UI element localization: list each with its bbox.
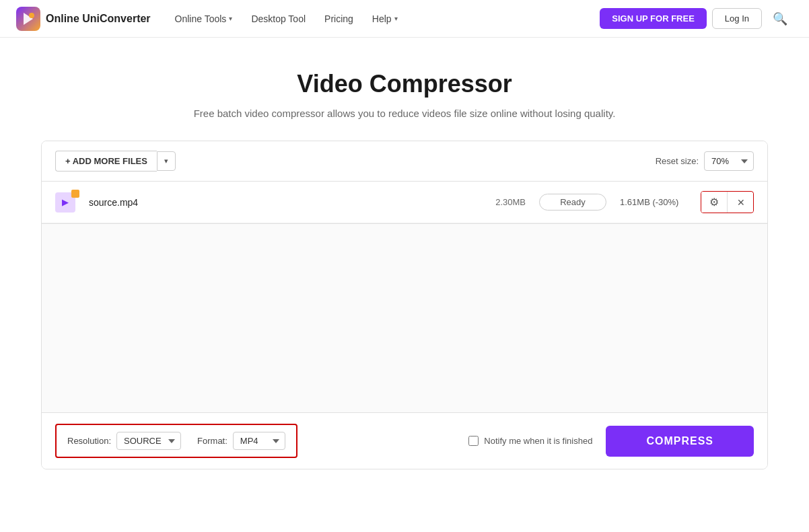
compress-button[interactable]: COMPRESS [606,426,754,457]
format-group: Format: MP4 MOV AVI MKV WebM [197,432,285,450]
resolution-select[interactable]: SOURCE 1080p 720p 480p 360p [116,432,181,450]
add-files-button[interactable]: + ADD MORE FILES [55,151,157,172]
add-files-group: + ADD MORE FILES ▾ [55,151,176,172]
file-name: source.mp4 [89,197,472,208]
notify-group: Notify me when it is finished [468,436,592,446]
gear-icon: ⚙ [709,196,719,208]
resolution-group: Resolution: SOURCE 1080p 720p 480p 360p [67,432,181,450]
nav-pricing[interactable]: Pricing [316,8,361,30]
add-files-dropdown-button[interactable]: ▾ [157,151,176,171]
file-type-badge [71,190,79,198]
tool-box: + ADD MORE FILES ▾ Reset size: 50% 60% 7… [41,141,768,469]
nav-online-tools[interactable]: Online Tools ▾ [167,8,241,30]
chevron-down-icon: ▾ [229,15,232,22]
bottom-right: Notify me when it is finished COMPRESS [468,426,754,457]
reset-size-label: Reset size: [656,156,699,166]
file-remove-button[interactable]: ✕ [729,193,753,212]
brand-name: Online UniConverter [46,13,151,25]
logo[interactable]: Online UniConverter [16,7,151,31]
toolbar: + ADD MORE FILES ▾ Reset size: 50% 60% 7… [42,141,767,182]
file-settings-button[interactable]: ⚙ [701,192,728,213]
close-icon: ✕ [737,197,745,208]
table-row: ▶ source.mp4 2.30MB Ready 1.61MB (-30%) … [42,182,767,223]
video-icon: ▶ [62,197,69,207]
nav-desktop-tool[interactable]: Desktop Tool [243,8,314,30]
tool-container: + ADD MORE FILES ▾ Reset size: 50% 60% 7… [21,141,788,469]
file-new-size: 1.61MB (-30%) [620,197,687,207]
resolution-label: Resolution: [67,436,111,446]
drop-zone-area [42,224,767,412]
notify-checkbox[interactable] [468,436,479,446]
nav-menu: Online Tools ▾ Desktop Tool Pricing Help… [167,8,595,30]
nav-online-tools-label: Online Tools [175,13,227,24]
bottom-bar: Resolution: SOURCE 1080p 720p 480p 360p … [42,412,767,469]
file-original-size: 2.30MB [485,197,526,207]
login-button[interactable]: Log In [712,8,762,29]
navbar: Online UniConverter Online Tools ▾ Deskt… [0,0,809,38]
nav-help[interactable]: Help ▾ [364,8,406,30]
svg-point-1 [29,13,34,18]
file-action-buttons: ⚙ ✕ [701,191,754,213]
search-button[interactable]: 🔍 [767,9,793,29]
file-status-badge: Ready [539,194,606,211]
hero-section: Video Compressor Free batch video compre… [0,38,809,141]
notify-label: Notify me when it is finished [484,436,592,446]
hero-subtitle: Free batch video compressor allows you t… [16,108,793,119]
page-title: Video Compressor [16,70,793,98]
reset-size-group: Reset size: 50% 60% 70% 80% 90% 100% [656,151,754,171]
nav-help-label: Help [372,13,392,24]
output-options: Resolution: SOURCE 1080p 720p 480p 360p … [55,424,297,458]
nav-pricing-label: Pricing [324,13,353,24]
format-label: Format: [197,436,227,446]
search-icon: 🔍 [773,12,787,26]
logo-icon [16,7,40,31]
file-list: ▶ source.mp4 2.30MB Ready 1.61MB (-30%) … [42,182,767,224]
signup-button[interactable]: SIGN UP FOR FREE [600,8,707,29]
nav-desktop-tool-label: Desktop Tool [251,13,306,24]
navbar-actions: SIGN UP FOR FREE Log In 🔍 [600,8,793,29]
file-icon: ▶ [55,192,75,213]
reset-size-select[interactable]: 50% 60% 70% 80% 90% 100% [704,151,754,171]
chevron-down-icon: ▾ [394,15,398,22]
format-select[interactable]: MP4 MOV AVI MKV WebM [233,432,285,450]
chevron-down-icon: ▾ [164,157,168,165]
